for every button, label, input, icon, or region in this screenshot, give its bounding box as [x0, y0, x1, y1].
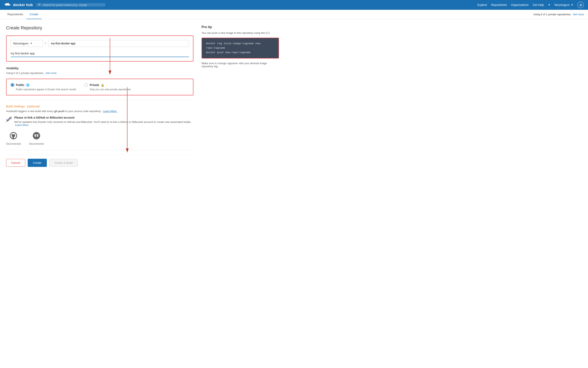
namespace-value: fairyxingyun	[13, 42, 28, 45]
navbar: docker hub 🔍 Explore Repositories Organi…	[0, 0, 588, 10]
repositories-link[interactable]: Repositories	[491, 3, 507, 7]
main-right: Pro tip You can push a new image to this…	[202, 25, 279, 167]
bitbucket-status-label: Disconnected	[29, 142, 44, 145]
relink-content: Please re-link a GitHub or Bitbucket acc…	[14, 116, 193, 127]
pro-tip-description: You can push a new image to this reposit…	[202, 31, 279, 34]
get-help-dropdown[interactable]: Get Help	[533, 3, 544, 7]
main-left: Create Repository fairyxingyun ▼ / Visib…	[6, 25, 193, 167]
docker-logo-icon	[4, 2, 11, 7]
public-option[interactable]: Public 🌐 Public repositories appear in D…	[11, 83, 76, 91]
namespace-dropdown[interactable]: fairyxingyun ▼	[11, 40, 43, 47]
public-radio[interactable]	[11, 83, 14, 87]
repo-name-input[interactable]	[48, 40, 189, 47]
github-status-label: Disconnected	[6, 142, 21, 145]
private-desc: Only you can view private repositories	[89, 88, 131, 91]
user-menu[interactable]: fairyxingyun ▼	[554, 3, 573, 7]
relink-learn-more-link[interactable]: Learn More	[15, 123, 28, 127]
bitbucket-icon	[31, 131, 42, 141]
main-layout: Create Repository fairyxingyun ▼ / Visib…	[0, 19, 285, 173]
build-section: Build Settings (optional) Autobuild trig…	[6, 104, 193, 145]
repo-form-section: fairyxingyun ▼ /	[6, 36, 193, 62]
code-line-1: docker tag local-image:tagname new-repo:…	[206, 41, 275, 50]
pro-tip-title: Pro tip	[202, 25, 279, 29]
tab-create[interactable]: Create	[27, 10, 42, 19]
divider-1	[6, 100, 193, 101]
description-input[interactable]	[11, 50, 189, 57]
repo-name-row: fairyxingyun ▼ /	[11, 40, 189, 47]
svg-point-8	[33, 132, 40, 139]
navbar-right: Explore Repositories Organizations Get H…	[477, 2, 584, 8]
page-title: Create Repository	[6, 25, 193, 31]
action-row-wrapper: Cancel Create Create & Build	[6, 155, 193, 167]
organizations-link[interactable]: Organizations	[511, 3, 529, 7]
build-optional-label: (optional)	[27, 104, 40, 108]
relink-box: Please re-link a GitHub or Bitbucket acc…	[6, 116, 193, 127]
search-icon: 🔍	[38, 3, 42, 7]
globe-icon: 🌐	[26, 83, 29, 87]
services-row: Disconnected Disconnected	[6, 131, 193, 145]
relink-desc: We've updated how Docker Hub connects to…	[14, 120, 193, 127]
tabs-bar: Repositories Create Using 0 of 1 private…	[0, 10, 588, 19]
visibility-info: Using 0 of 1 private repositories. Get m…	[6, 72, 193, 74]
visibility-options-wrapper: Public 🌐 Public repositories appear in D…	[6, 79, 193, 95]
learn-more-build-link[interactable]: Learn More.	[103, 110, 117, 113]
create-button[interactable]: Create	[28, 159, 47, 167]
get-help-chevron: ▼	[548, 3, 551, 6]
pro-tip-code-box: docker tag local-image:tagname new-repo:…	[202, 38, 279, 58]
namespace-chevron-icon: ▼	[30, 42, 33, 45]
pro-tip-tagname: tagname	[227, 62, 238, 65]
explore-link[interactable]: Explore	[477, 3, 487, 7]
private-label: Private	[89, 83, 99, 87]
navbar-search-box[interactable]: 🔍	[36, 3, 105, 7]
bitbucket-service-item[interactable]: Disconnected	[29, 131, 44, 145]
lock-icon: 🔒	[101, 83, 104, 87]
github-service-item[interactable]: Disconnected	[6, 131, 21, 145]
create-and-build-button: Create & Build	[49, 159, 78, 167]
visibility-section: Visibility Using 0 of 1 private reposito…	[6, 66, 193, 74]
build-title: Build Settings (optional)	[6, 104, 193, 108]
public-option-header: Public 🌐	[11, 83, 76, 87]
private-radio[interactable]	[84, 83, 88, 87]
cancel-button[interactable]: Cancel	[6, 159, 25, 167]
private-repos-info: Using 0 of 1 private repositories.	[534, 13, 571, 16]
private-option-header: Private 🔒	[84, 83, 131, 87]
navbar-logo-text: docker hub	[13, 3, 33, 7]
code-line-2: docker push new-repo:tagname	[206, 50, 275, 55]
fingerprint-icon[interactable]: ⊕	[577, 2, 584, 8]
relink-icon	[6, 116, 12, 123]
private-option[interactable]: Private 🔒 Only you can view private repo…	[84, 83, 131, 91]
action-row: Cancel Create Create & Build	[6, 155, 193, 167]
build-desc: Autobuild triggers a new build with ever…	[6, 110, 193, 113]
public-label: Public	[16, 83, 24, 87]
tabs-right-info: Using 0 of 1 private repositories. Get m…	[534, 13, 584, 16]
separator-slash: /	[45, 41, 46, 46]
git-push-label: git push	[54, 110, 64, 113]
visibility-options: Public 🌐 Public repositories appear in D…	[6, 79, 193, 95]
tab-repositories[interactable]: Repositories	[4, 10, 27, 19]
get-more-link[interactable]: Get more	[573, 13, 584, 16]
public-desc: Public repositories appear in Docker Hub…	[16, 88, 76, 91]
pro-tip-footer: Make sure to change tagname with your de…	[202, 62, 279, 68]
visibility-get-more-link[interactable]: Get more	[46, 72, 57, 74]
relink-title: Please re-link a GitHub or Bitbucket acc…	[14, 116, 193, 119]
visibility-label: Visibility	[6, 66, 193, 70]
github-icon	[8, 131, 18, 141]
navbar-logo[interactable]: docker hub	[4, 2, 33, 7]
divider-2	[6, 150, 193, 150]
username-label: fairyxingyun	[554, 3, 570, 7]
search-input[interactable]	[43, 3, 103, 7]
user-chevron-icon: ▼	[571, 3, 573, 6]
